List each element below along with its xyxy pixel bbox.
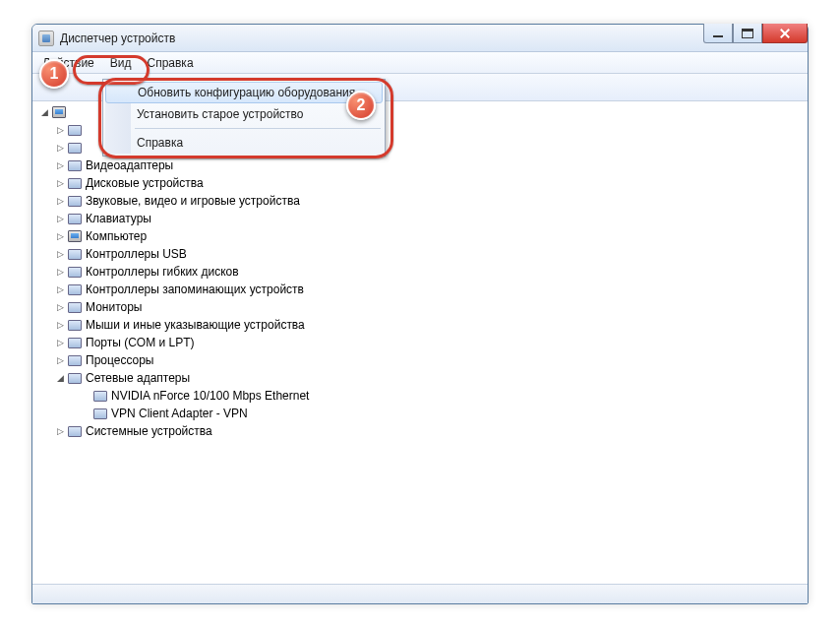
device-icon xyxy=(67,282,83,297)
menu-help[interactable]: Справка xyxy=(139,54,201,72)
expander-icon xyxy=(81,391,90,401)
tree-node-label: Системные устройства xyxy=(86,424,212,438)
expander-icon xyxy=(81,408,90,418)
expander-icon[interactable]: ▷ xyxy=(55,125,65,135)
tree-node[interactable]: ▷Порты (COM и LPT) xyxy=(39,334,807,351)
device-icon xyxy=(92,406,108,421)
tree-node-label: Мыши и иные указывающие устройства xyxy=(86,318,305,332)
expander-icon[interactable]: ▷ xyxy=(55,302,65,312)
expander-icon[interactable]: ◢ xyxy=(39,107,49,117)
expander-icon[interactable]: ▷ xyxy=(55,178,65,188)
menu-view[interactable]: Вид xyxy=(102,54,140,72)
tree-node-label: NVIDIA nForce 10/100 Mbps Ethernet xyxy=(111,389,309,403)
menu-separator xyxy=(135,128,381,129)
tree-node-label: Контроллеры USB xyxy=(86,247,187,261)
computer-icon xyxy=(51,104,67,120)
device-icon xyxy=(92,388,108,404)
expander-icon[interactable]: ▷ xyxy=(55,214,65,223)
menu-item-label: Установить старое устройство xyxy=(137,107,304,121)
expander-icon[interactable]: ▷ xyxy=(55,231,65,241)
app-icon xyxy=(38,31,54,46)
device-icon xyxy=(67,211,83,226)
device-icon xyxy=(67,317,83,333)
expander-icon[interactable]: ▷ xyxy=(55,160,65,170)
device-icon xyxy=(67,264,83,280)
device-icon xyxy=(67,140,83,156)
close-button[interactable] xyxy=(762,24,808,43)
expander-icon[interactable]: ▷ xyxy=(55,267,65,277)
menu-item-label: Обновить конфигурацию оборудования xyxy=(138,86,355,99)
tree-node[interactable]: ▷Системные устройства xyxy=(39,422,807,440)
computer-icon xyxy=(67,228,83,244)
tree-node[interactable]: ▷Контроллеры гибких дисков xyxy=(39,263,807,281)
menu-scan-hardware[interactable]: Обновить конфигурацию оборудования xyxy=(105,82,383,103)
device-icon xyxy=(67,299,83,315)
tree-node[interactable]: ▷Клавиатуры xyxy=(39,210,807,227)
tree-node[interactable]: ▷Контроллеры запоминающих устройств xyxy=(39,281,807,298)
close-icon xyxy=(779,29,791,38)
tree-node[interactable]: ◢Сетевые адаптеры xyxy=(39,369,807,387)
tree-node-label: Дисковые устройства xyxy=(86,176,204,190)
tree-node[interactable]: ▷Мыши и иные указывающие устройства xyxy=(39,316,807,334)
expander-icon[interactable]: ▷ xyxy=(55,196,65,206)
tree-node-label: Сетевые адаптеры xyxy=(86,371,190,385)
window-title: Диспетчер устройств xyxy=(60,31,175,45)
expander-icon[interactable]: ◢ xyxy=(55,373,65,383)
statusbar xyxy=(32,584,808,603)
annotation-badge-2: 2 xyxy=(346,91,376,120)
tree-node-label: VPN Client Adapter - VPN xyxy=(111,407,248,420)
menu-item-label: Справка xyxy=(137,136,183,150)
tree-node[interactable]: ▷Контроллеры USB xyxy=(39,245,807,263)
tree-node[interactable]: ▷Звуковые, видео и игровые устройства xyxy=(39,192,807,210)
menu-help[interactable]: Справка xyxy=(105,132,383,154)
expander-icon[interactable]: ▷ xyxy=(55,426,65,436)
device-icon xyxy=(67,370,83,386)
minimize-button[interactable] xyxy=(703,24,733,43)
tree-node[interactable]: ▷Процессоры xyxy=(39,351,807,369)
device-icon xyxy=(67,122,83,138)
tree-node[interactable]: ▷Мониторы xyxy=(39,298,807,316)
expander-icon[interactable]: ▷ xyxy=(55,249,65,259)
annotation-badge-1: 1 xyxy=(39,59,69,89)
window-controls xyxy=(703,24,808,43)
menubar: Действие Вид Справка xyxy=(32,52,808,74)
tree-node-label: Звуковые, видео и игровые устройства xyxy=(86,194,300,208)
tree-node[interactable]: ▷Компьютер xyxy=(39,227,807,245)
tree-node-label: Клавиатуры xyxy=(86,212,151,225)
device-tree[interactable]: ◢ ▷▷▷Видеоадаптеры▷Дисковые устройства▷З… xyxy=(33,101,807,582)
tree-node-label: Мониторы xyxy=(86,300,142,314)
minimize-icon xyxy=(712,29,724,38)
device-icon xyxy=(67,193,83,209)
action-menu-dropdown: Обновить конфигурацию оборудования Устан… xyxy=(102,79,386,157)
tree-node-label: Компьютер xyxy=(86,229,147,243)
tree-node[interactable]: ▷Видеоадаптеры xyxy=(39,157,807,174)
tree-node[interactable]: NVIDIA nForce 10/100 Mbps Ethernet xyxy=(39,387,807,405)
expander-icon[interactable]: ▷ xyxy=(55,338,65,347)
expander-icon[interactable]: ▷ xyxy=(55,143,65,153)
tree-node-label: Контроллеры запоминающих устройств xyxy=(86,283,304,296)
device-icon xyxy=(67,423,83,439)
device-icon xyxy=(67,246,83,262)
expander-icon[interactable]: ▷ xyxy=(55,320,65,330)
expander-icon[interactable]: ▷ xyxy=(55,284,65,294)
tree-node-label: Видеоадаптеры xyxy=(86,158,173,172)
titlebar[interactable]: Диспетчер устройств xyxy=(32,25,808,52)
tree-node[interactable]: VPN Client Adapter - VPN xyxy=(39,405,807,422)
tree-node-label: Контроллеры гибких дисков xyxy=(86,265,239,279)
device-icon xyxy=(67,175,83,191)
tree-node[interactable]: ▷Дисковые устройства xyxy=(39,174,807,192)
expander-icon[interactable]: ▷ xyxy=(55,355,65,365)
tree-node-label: Порты (COM и LPT) xyxy=(86,336,195,349)
device-icon xyxy=(67,352,83,368)
tree-node-label: Процессоры xyxy=(86,353,154,367)
device-icon xyxy=(67,335,83,350)
maximize-icon xyxy=(742,29,753,38)
device-icon xyxy=(67,157,83,173)
maximize-button[interactable] xyxy=(733,24,762,43)
menu-add-legacy[interactable]: Установить старое устройство xyxy=(105,103,383,125)
